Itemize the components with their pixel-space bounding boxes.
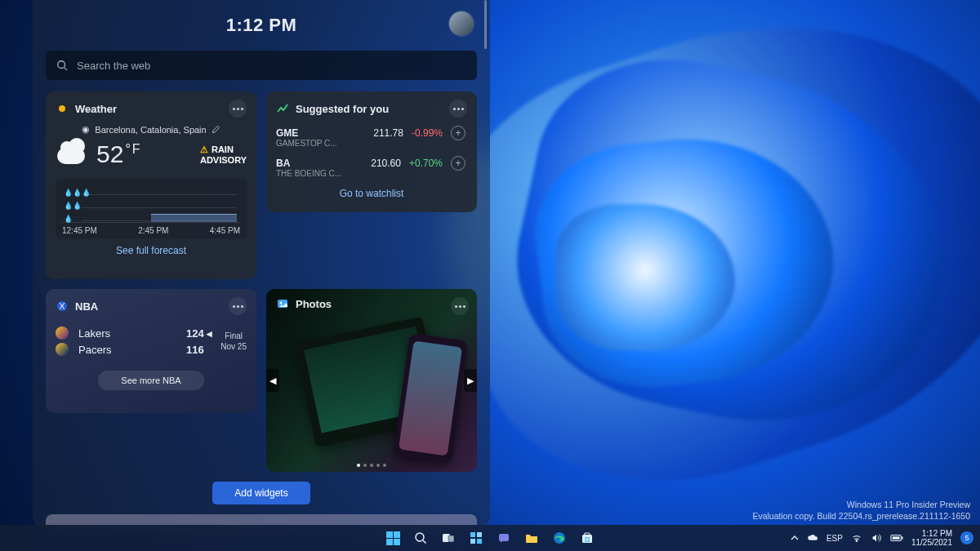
svg-rect-10	[470, 532, 475, 537]
stock-change: +0.70%	[409, 158, 443, 169]
photo-next-button[interactable]: ▶	[464, 369, 477, 392]
weather-forecast-link[interactable]: See full forecast	[56, 245, 247, 256]
team-name: Lakers	[78, 327, 178, 340]
svg-rect-12	[470, 539, 475, 544]
team-name: Pacers	[78, 344, 178, 356]
nba-more-button[interactable]	[229, 297, 247, 315]
stock-price: 210.60	[371, 158, 401, 169]
file-explorer-button[interactable]	[520, 527, 543, 549]
svg-rect-19	[588, 537, 590, 540]
svg-line-7	[423, 540, 426, 544]
add-widgets-button[interactable]: Add widgets	[212, 482, 310, 504]
photos-card: Photos ◀ ▶	[266, 289, 477, 472]
widgets-panel: 1:12 PM Weather ◉ Barcelona, Catalonia, …	[33, 0, 490, 527]
volume-icon[interactable]	[871, 532, 882, 544]
svg-rect-20	[585, 540, 587, 543]
location-pin-icon: ◉	[82, 124, 90, 135]
svg-line-1	[65, 68, 68, 71]
panel-clock: 1:12 PM	[226, 15, 297, 36]
stock-symbol: GME	[276, 127, 365, 139]
edge-button[interactable]	[548, 527, 571, 549]
sun-icon	[56, 102, 69, 115]
stocks-card: Suggested for you GME 211.78 -0.99% + GA…	[266, 91, 477, 212]
svg-rect-23	[893, 536, 900, 540]
weather-alert: ⚠RAIN ADVISORY	[200, 144, 247, 165]
svg-rect-17	[585, 533, 590, 535]
stocks-more-button[interactable]	[449, 100, 467, 118]
language-indicator[interactable]: ESP	[826, 534, 843, 543]
photos-icon	[276, 297, 289, 310]
chat-button[interactable]	[492, 527, 515, 549]
build-watermark: Windows 11 Pro Insider Preview Evaluatio…	[752, 499, 970, 522]
nba-card: NBA Lakers 124 ◂ FinalNov 25 Pacers 116 …	[46, 289, 256, 413]
photos-title: Photos	[296, 298, 332, 310]
start-button[interactable]	[381, 527, 404, 549]
team-score: 124 ◂	[186, 327, 212, 340]
stock-row[interactable]: GME 211.78 -0.99% + GAMESTOP C...	[276, 126, 467, 148]
battery-icon[interactable]	[890, 534, 903, 542]
svg-rect-18	[585, 537, 587, 540]
nba-game[interactable]: Lakers 124 ◂ FinalNov 25 Pacers 116	[56, 327, 247, 356]
widgets-button[interactable]	[465, 527, 488, 549]
precip-timeline: 💧💧💧 💧💧 💧 12:45 PM 2:45 PM 4:45 PM	[56, 179, 247, 238]
svg-rect-14	[499, 534, 509, 541]
wifi-icon[interactable]	[851, 532, 862, 544]
stocks-title: Suggested for you	[296, 103, 443, 115]
photo-thumbnail[interactable]	[266, 289, 477, 472]
nba-icon	[56, 300, 69, 313]
onedrive-tray-icon[interactable]	[807, 532, 818, 544]
svg-point-2	[59, 105, 65, 112]
store-button[interactable]	[576, 527, 599, 549]
stock-change: -0.99%	[412, 127, 443, 139]
svg-point-5	[280, 302, 283, 304]
nba-more-link[interactable]: See more NBA	[98, 371, 204, 390]
add-stock-button[interactable]: +	[451, 126, 466, 140]
stock-symbol: BA	[276, 158, 363, 169]
stocks-icon	[276, 102, 289, 115]
add-stock-button[interactable]: +	[451, 156, 466, 171]
weather-location: Barcelona, Catalonia, Spain	[95, 125, 206, 135]
photo-pager[interactable]	[357, 464, 386, 467]
svg-rect-9	[448, 535, 454, 542]
search-bar[interactable]	[46, 51, 477, 80]
svg-point-6	[416, 533, 424, 541]
svg-rect-11	[477, 532, 482, 537]
timeline-t3: 4:45 PM	[210, 226, 240, 235]
lakers-logo-icon	[56, 327, 69, 340]
search-icon	[56, 59, 69, 72]
stock-price: 211.78	[373, 127, 403, 139]
taskbar-clock[interactable]: 1:12 PM 11/25/2021	[911, 529, 952, 547]
game-status: FinalNov 25	[220, 331, 247, 352]
weather-title: Weather	[75, 103, 222, 115]
weather-more-button[interactable]	[229, 100, 247, 118]
svg-point-0	[58, 61, 65, 69]
user-avatar[interactable]	[449, 11, 474, 36]
stock-name: THE BOEING C...	[276, 169, 363, 178]
panel-scrollbar[interactable]	[484, 0, 487, 49]
svg-rect-24	[902, 536, 902, 540]
watchlist-link[interactable]: Go to watchlist	[276, 188, 467, 199]
svg-point-3	[57, 301, 67, 311]
weather-temp: 52°F	[96, 140, 140, 168]
stock-name: GAMESTOP C...	[276, 139, 365, 148]
task-view-button[interactable]	[437, 527, 460, 549]
svg-rect-13	[477, 539, 482, 544]
search-input[interactable]	[77, 60, 467, 72]
edit-location-icon[interactable]	[212, 125, 220, 134]
taskbar: ESP 1:12 PM 11/25/2021 5	[0, 525, 980, 551]
stock-row[interactable]: BA 210.60 +0.70% + THE BOEING C...	[276, 156, 467, 178]
nba-title: NBA	[75, 300, 222, 313]
timeline-t2: 2:45 PM	[138, 226, 168, 235]
photo-prev-button[interactable]: ◀	[266, 369, 279, 392]
team-score: 116	[186, 344, 212, 356]
cloud-icon	[56, 140, 88, 169]
tray-overflow-button[interactable]	[791, 534, 799, 542]
notification-badge[interactable]: 5	[960, 531, 973, 544]
photos-more-button[interactable]	[451, 297, 469, 315]
taskbar-search-button[interactable]	[409, 527, 432, 549]
weather-card: Weather ◉ Barcelona, Catalonia, Spain 52…	[46, 91, 256, 279]
svg-rect-21	[588, 540, 590, 543]
pacers-logo-icon	[56, 343, 69, 356]
timeline-t1: 12:45 PM	[62, 226, 97, 235]
